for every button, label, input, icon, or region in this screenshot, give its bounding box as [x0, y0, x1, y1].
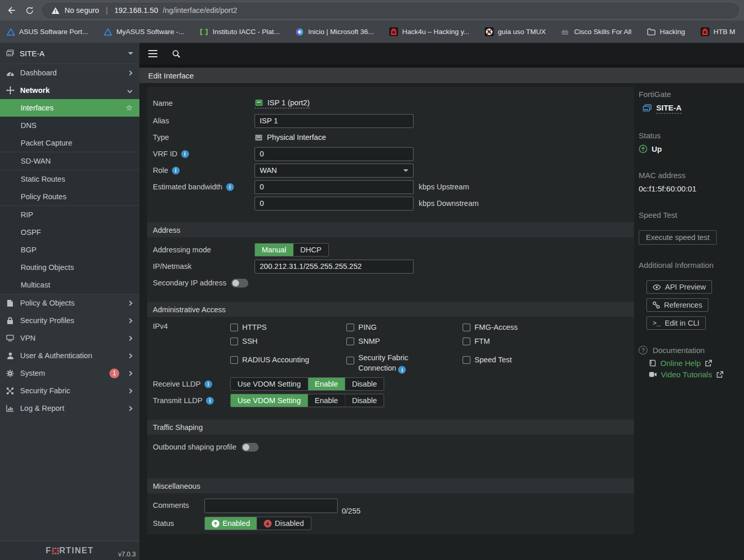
execute-speed-test-button[interactable]: Execute speed test — [639, 230, 717, 245]
info-panel: FortiGate SITE-A Status Up MAC address 0… — [639, 90, 744, 379]
edit-in-cli-button[interactable]: >_ Edit in CLI — [646, 316, 706, 330]
sidebar-item-policy-routes[interactable]: Policy Routes — [0, 188, 139, 205]
sidebar-item-interfaces[interactable]: Interfaces ☆ — [0, 99, 139, 117]
sidebar-item-multicast[interactable]: Multicast — [0, 276, 139, 294]
dhcp-option[interactable]: DHCP — [294, 244, 328, 256]
sidebar-item-sd-wan[interactable]: SD-WAN — [0, 152, 139, 170]
bookmark-hack4u[interactable]: Hack4u – Hacking y... — [389, 27, 469, 36]
checkbox-ftm[interactable]: FTM — [463, 336, 518, 350]
bookmark-cisco[interactable]: Cisco Skills For All — [561, 27, 631, 36]
sidebar-item-log-report[interactable]: Log & Report — [0, 399, 139, 417]
bookmark-iacc[interactable]: Instituto IACC - Plat... — [200, 27, 280, 36]
url-path[interactable]: /ng/interface/edit/port2 — [163, 6, 237, 14]
security-label[interactable]: No seguro — [65, 6, 99, 14]
comments-label: Comments — [153, 501, 204, 509]
comments-textarea[interactable] — [204, 499, 338, 513]
enable-option[interactable]: Enable — [308, 378, 345, 390]
comments-counter: 0/255 — [342, 507, 360, 515]
bandwidth-upstream-input[interactable] — [255, 180, 414, 194]
vrf-input[interactable] — [255, 147, 414, 161]
device-name[interactable]: SITE-A — [639, 103, 744, 114]
bookmarks-bar: ASUS Software Port... MyASUS Software -.… — [0, 21, 744, 43]
edit-interface-form: Name ISP 1 (port2) Alias Type Physical I… — [147, 87, 634, 534]
enable-option[interactable]: Enable — [308, 394, 345, 407]
addressing-mode-label: Addressing mode — [153, 246, 255, 254]
info-icon[interactable]: i — [206, 397, 214, 405]
sidebar-item-bgp[interactable]: BGP — [0, 241, 139, 259]
vrf-row: VRF IDi — [147, 146, 634, 162]
reload-icon[interactable] — [24, 5, 35, 16]
info-icon[interactable]: i — [181, 150, 189, 158]
outbound-shaping-toggle[interactable] — [242, 443, 259, 452]
url-host[interactable]: 192.168.1.50 — [115, 6, 159, 14]
vdom-selector[interactable]: SITE-A — [0, 43, 139, 64]
checkbox-fmg-access[interactable]: FMG-Access — [463, 322, 518, 336]
sidebar-item-routing-objects[interactable]: Routing Objects — [0, 259, 139, 276]
sidebar-item-packet-capture[interactable]: Packet Capture — [0, 134, 139, 152]
role-select[interactable]: WAN — [255, 164, 414, 178]
info-icon[interactable]: i — [204, 380, 212, 388]
sidebar-item-dns[interactable]: DNS — [0, 117, 139, 134]
checkbox-ping[interactable]: PING — [346, 322, 463, 336]
sidebar-item-policy-objects[interactable]: Policy & Objects — [0, 294, 139, 312]
disable-option[interactable]: Disable — [345, 378, 384, 390]
bookmark-hacking-folder[interactable]: Hacking — [647, 27, 685, 36]
main-area: Edit Interface Name ISP 1 (port2) Alias — [139, 43, 744, 560]
disabled-option[interactable]: Disabled — [257, 517, 310, 530]
use-vdom-setting-option[interactable]: Use VDOM Setting — [231, 394, 308, 407]
chevron-down-icon — [128, 52, 133, 55]
ip-netmask-input[interactable] — [255, 260, 414, 274]
chevron-down-icon — [403, 169, 408, 172]
api-preview-button[interactable]: API Preview — [646, 280, 712, 294]
bandwidth-downstream-input[interactable] — [255, 197, 414, 211]
sidebar-item-dashboard[interactable]: Dashboard — [0, 64, 139, 82]
info-icon[interactable]: i — [172, 167, 180, 174]
sidebar-item-network[interactable]: Network — [0, 82, 139, 99]
bookmark-myasus[interactable]: MyASUS Software -... — [104, 27, 184, 36]
sidebar-item-security-profiles[interactable]: Security Profiles — [0, 312, 139, 329]
checkbox-radius-accounting[interactable]: RADIUS Accounting — [230, 355, 346, 369]
sidebar-item-system[interactable]: System 1 — [0, 364, 139, 382]
online-help-link[interactable]: Online Help — [649, 359, 744, 367]
bookmark-microsoft365[interactable]: Inicio | Microsoft 36... — [295, 27, 374, 36]
sidebar-item-rip[interactable]: RIP — [0, 206, 139, 223]
external-link-icon — [705, 360, 712, 367]
traffic-shaping-section-header: Traffic Shaping — [147, 420, 634, 435]
disable-option[interactable]: Disable — [345, 394, 384, 407]
checkbox-security-fabric-connection[interactable]: Security Fabric Connection i — [346, 352, 463, 374]
sidebar-item-ospf[interactable]: OSPF — [0, 223, 139, 241]
sidebar-item-user-authentication[interactable]: User & Authentication — [0, 347, 139, 364]
alias-input[interactable] — [255, 114, 414, 128]
video-tutorials-link[interactable]: Video Tutorials — [649, 370, 744, 379]
interface-name-value[interactable]: ISP 1 (port2) — [255, 99, 310, 108]
checkbox-snmp[interactable]: SNMP — [346, 336, 463, 350]
info-icon[interactable]: i — [226, 183, 234, 191]
bookmark-htb[interactable]: HTB M — [701, 27, 735, 36]
sidebar-item-security-fabric[interactable]: Security Fabric — [0, 382, 139, 399]
back-icon[interactable] — [5, 5, 17, 16]
hamburger-menu-icon[interactable] — [148, 50, 157, 58]
bookmark-asus[interactable]: ASUS Software Port... — [6, 27, 88, 36]
address-bar[interactable]: No seguro | 192.168.1.50/ng/interface/ed… — [42, 3, 739, 18]
secondary-ip-toggle[interactable] — [231, 279, 248, 287]
enabled-option[interactable]: Enabled — [205, 517, 257, 530]
search-icon[interactable] — [172, 50, 181, 58]
alias-label: Alias — [153, 117, 255, 125]
ipv4-access-row: IPv4 HTTPS SSH RADIUS Accounting PING SN… — [147, 322, 634, 374]
ipv4-label: IPv4 — [153, 322, 230, 330]
type-label: Type — [153, 133, 255, 141]
info-icon[interactable]: i — [398, 366, 406, 374]
sidebar-item-static-routes[interactable]: Static Routes — [0, 170, 139, 188]
checkbox-icon — [463, 338, 470, 345]
use-vdom-setting-option[interactable]: Use VDOM Setting — [231, 378, 308, 390]
favorite-star-icon[interactable]: ☆ — [126, 103, 133, 113]
monitor-icon — [6, 334, 14, 342]
nic-green-icon — [255, 99, 263, 107]
references-button[interactable]: References — [646, 298, 708, 312]
bookmark-tmux[interactable]: guia uso TMUX — [485, 27, 546, 36]
checkbox-speed-test[interactable]: Speed Test — [463, 355, 518, 369]
checkbox-ssh[interactable]: SSH — [230, 336, 346, 350]
sidebar-item-vpn[interactable]: VPN — [0, 329, 139, 347]
checkbox-https[interactable]: HTTPS — [230, 322, 346, 336]
manual-option[interactable]: Manual — [255, 244, 294, 256]
